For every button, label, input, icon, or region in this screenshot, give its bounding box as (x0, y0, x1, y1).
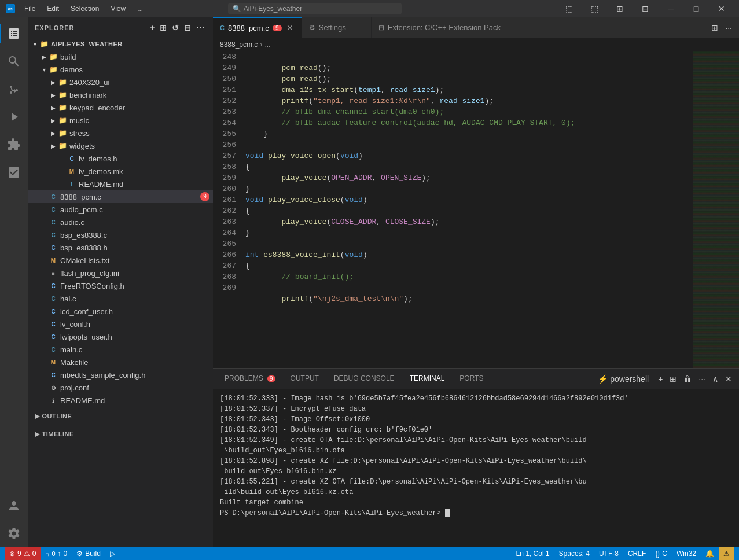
status-branch[interactable]: ⑃ 0 ↑ 0 (41, 547, 72, 560)
status-notifications[interactable]: 🔔 (701, 547, 719, 560)
tree-cmake[interactable]: M CMakeLists.txt (28, 254, 213, 267)
root-folder-icon: 📁 (39, 39, 49, 49)
tree-flash[interactable]: ≡ flash_prog_cfg.ini (28, 267, 213, 279)
menu-more[interactable]: ... (133, 3, 148, 14)
new-terminal-icon[interactable]: + (656, 373, 665, 385)
code-editor[interactable]: 248 249 250 251 252 253 254 255 256 257 … (213, 51, 739, 368)
activity-bottom (0, 492, 28, 547)
refresh-icon[interactable]: ↺ (171, 22, 181, 34)
status-errors[interactable]: ⊗ 9 ⚠ 0 (5, 547, 41, 560)
tab-extension[interactable]: ⊟ Extension: C/C++ Extension Pack (372, 17, 508, 38)
tree-audio[interactable]: C audio.c (28, 216, 213, 229)
new-file-icon[interactable]: + (149, 22, 156, 34)
status-platform[interactable]: Win32 (672, 547, 701, 560)
maximize-panel-icon[interactable]: ∧ (710, 373, 720, 385)
tree-lcd[interactable]: C lcd_conf_user.h (28, 305, 213, 318)
panel-tab-ports[interactable]: PORTS (453, 371, 490, 386)
tree-lv-conf[interactable]: C lv_conf.h (28, 318, 213, 330)
status-debug[interactable]: ▷ (105, 547, 120, 560)
tree-readme-root[interactable]: ℹ README.md (28, 394, 213, 407)
tree-stress[interactable]: ▶ 📁 stress (28, 127, 213, 139)
tree-mbedtls[interactable]: C mbedtls_sample_config.h (28, 369, 213, 381)
outline-section: ▶ OUTLINE (28, 407, 213, 425)
split-editor-btn[interactable]: ⊞ (608, 1, 631, 17)
lwip-icon: C (49, 332, 58, 341)
collapse-all-icon[interactable]: ⊟ (183, 22, 193, 34)
tree-lv-demos-mk[interactable]: M lv_demos.mk (28, 165, 213, 178)
tree-bsp-h[interactable]: C bsp_es8388.h (28, 241, 213, 254)
status-lang[interactable]: {} C (650, 547, 672, 560)
more-tabs-icon[interactable]: ··· (723, 22, 734, 34)
close-panel-icon[interactable]: ✕ (723, 373, 734, 385)
tree-proj[interactable]: ⚙ proj.conf (28, 381, 213, 394)
status-spaces[interactable]: Spaces: 4 (554, 547, 594, 560)
activity-source-control[interactable] (0, 75, 28, 103)
tree-lwip[interactable]: C lwipopts_user.h (28, 330, 213, 343)
tree-8388-pcm[interactable]: C 8388_pcm.c 9 (28, 190, 213, 203)
tree-hal[interactable]: C hal.c (28, 292, 213, 305)
panel-tab-debug[interactable]: DEBUG CONSOLE (327, 371, 402, 386)
lv-demos-mk-label: lv_demos.mk (79, 167, 213, 176)
activity-account[interactable] (0, 492, 28, 520)
activity-run[interactable] (0, 103, 28, 131)
more-actions-icon[interactable]: ··· (195, 22, 206, 34)
new-folder-icon[interactable]: ⊞ (159, 22, 168, 34)
layout-btn[interactable]: ⊟ (634, 1, 657, 17)
breadcrumb-file[interactable]: 8388_pcm.c (220, 40, 258, 49)
menu-edit[interactable]: Edit (42, 3, 64, 14)
tree-lv-demos-h[interactable]: C lv_demos.h (28, 152, 213, 165)
activity-extensions[interactable] (0, 131, 28, 159)
status-warning-badge[interactable]: ⚠ (719, 547, 734, 560)
tree-main[interactable]: C main.c (28, 343, 213, 356)
terminal-prompt: PS D:\personal\AiPi\AiPi-Open-Kits\AiPi-… (220, 508, 732, 518)
tree-makefile[interactable]: M Makefile (28, 356, 213, 369)
terminal-body[interactable]: [18:01:52.333] - Image hash is b'69de5b7… (213, 389, 739, 547)
tree-keypad[interactable]: ▶ 📁 keypad_encoder (28, 101, 213, 114)
tree-demos[interactable]: ▾ 📁 demos (28, 63, 213, 76)
menu-selection[interactable]: Selection (66, 3, 104, 14)
activity-explorer[interactable] (0, 20, 28, 47)
panel-tab-problems[interactable]: PROBLEMS 9 (218, 371, 282, 386)
kill-terminal-icon[interactable]: 🗑 (681, 373, 694, 385)
code-content[interactable]: pcm_read(); pcm_read(); dma_i2s_tx_start… (241, 51, 693, 368)
tree-readme-demos[interactable]: ℹ README.md (28, 178, 213, 190)
tree-widgets[interactable]: ▶ 📁 widgets (28, 139, 213, 152)
stress-arrow: ▶ (49, 127, 58, 139)
tree-music[interactable]: ▶ 📁 music (28, 114, 213, 127)
minimize-btn[interactable]: ─ (659, 1, 682, 17)
outline-header[interactable]: ▶ OUTLINE (28, 410, 213, 422)
tree-bsp-c[interactable]: C bsp_es8388.c (28, 229, 213, 241)
activity-search[interactable] (0, 47, 28, 75)
menu-file[interactable]: File (20, 3, 40, 14)
panel-tab-terminal[interactable]: TERMINAL (403, 371, 452, 386)
breadcrumb-path[interactable]: ... (264, 40, 270, 49)
tab-8388-pcm[interactable]: C 8388_pcm.c 9 ✕ (213, 17, 302, 38)
tree-root[interactable]: ▾ 📁 AIPI-EYES_WEATHER (28, 38, 213, 50)
status-eol[interactable]: CRLF (623, 547, 650, 560)
tree-build[interactable]: ▶ 📁 build (28, 50, 213, 63)
search-bar[interactable]: 🔍 AiPi-Eyes_weather (228, 3, 402, 14)
toggle-sidebar-btn[interactable]: ⬚ (557, 1, 580, 17)
status-line-col[interactable]: Ln 1, Col 1 (512, 547, 554, 560)
tree-benchmark[interactable]: ▶ 📁 benchmark (28, 89, 213, 101)
maximize-btn[interactable]: □ (685, 1, 708, 17)
tree-audio-pcm[interactable]: C audio_pcm.c (28, 203, 213, 216)
panel-tab-output[interactable]: OUTPUT (284, 371, 326, 386)
split-terminal-icon[interactable]: ⊞ (667, 373, 679, 385)
tree-freertos[interactable]: C FreeRTOSConfig.h (28, 279, 213, 292)
timeline-header[interactable]: ▶ TIMELINE (28, 428, 213, 440)
close-btn[interactable]: ✕ (710, 1, 733, 17)
240x320-icon: 📁 (58, 78, 67, 87)
more-terminal-icon[interactable]: ··· (696, 373, 708, 385)
terminal-line-6: [18:01:52.898] - create XZ file:D:\perso… (220, 456, 732, 477)
menu-view[interactable]: View (106, 3, 130, 14)
tab-8388-close[interactable]: ✕ (285, 23, 295, 32)
tab-settings[interactable]: ⚙ Settings (302, 17, 372, 38)
activity-settings[interactable] (0, 520, 28, 547)
activity-test[interactable] (0, 159, 28, 186)
tree-240x320[interactable]: ▶ 📁 240X320_ui (28, 76, 213, 89)
split-editor-icon[interactable]: ⊞ (709, 22, 720, 34)
status-build[interactable]: ⚙ Build (72, 547, 105, 560)
status-encoding[interactable]: UTF-8 (594, 547, 623, 560)
toggle-panel-btn[interactable]: ⬚ (583, 1, 606, 17)
